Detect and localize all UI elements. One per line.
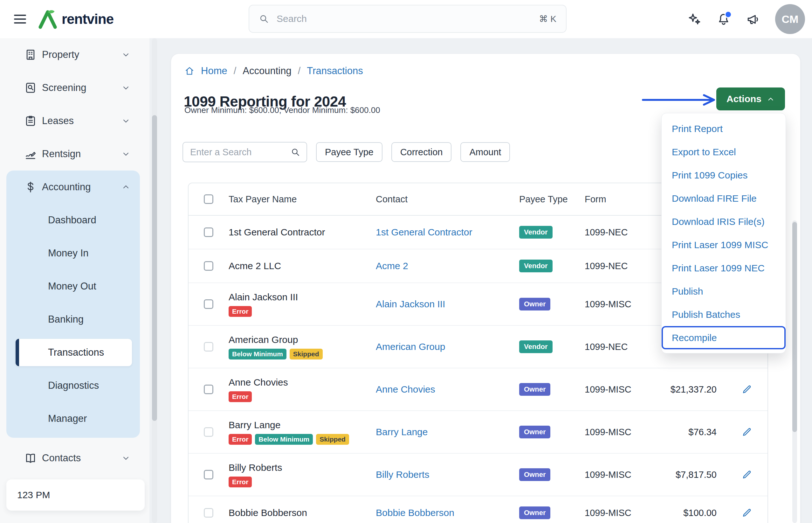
sidebar-item-leases[interactable]: Leases bbox=[0, 104, 149, 138]
sidebar-item-contacts[interactable]: Contacts bbox=[0, 441, 149, 475]
taxpayer-name-cell: Acme 2 LLC bbox=[229, 260, 376, 271]
breadcrumb-separator: / bbox=[298, 65, 301, 77]
edit-pencil-icon[interactable] bbox=[741, 507, 752, 518]
form-value: 1099-MISC bbox=[585, 427, 662, 437]
taxpayer-name-cell: Barry LangeErrorBelow MinimumSkipped bbox=[229, 420, 376, 445]
amount-value: $100.00 bbox=[662, 508, 726, 518]
sidebar-subitem-money-out[interactable]: Money Out bbox=[6, 270, 140, 303]
taxpayer-name: 1st General Contractor bbox=[229, 227, 376, 238]
notifications-bell-icon[interactable] bbox=[717, 12, 731, 26]
payee-type-cell: Owner bbox=[519, 506, 585, 519]
topbar-actions: CM bbox=[687, 0, 805, 38]
breadcrumb-home[interactable]: Home bbox=[201, 65, 227, 77]
menu-item-print-1099-copies[interactable]: Print 1099 Copies bbox=[662, 163, 786, 187]
rentsign-icon bbox=[24, 148, 37, 160]
contact-link[interactable]: Anne Chovies bbox=[376, 384, 519, 395]
sidebar-item-screening[interactable]: Screening bbox=[0, 71, 149, 104]
search-shortcut-hint: ⌘ K bbox=[539, 14, 556, 24]
filter-button-amount[interactable]: Amount bbox=[460, 142, 510, 162]
contact-link[interactable]: 1st General Contractor bbox=[376, 227, 519, 238]
filter-button-correction[interactable]: Correction bbox=[391, 142, 452, 162]
sidebar-subitem-manager[interactable]: Manager bbox=[6, 402, 140, 435]
row-checkbox[interactable] bbox=[204, 470, 213, 480]
payee-type-cell: Vendor bbox=[519, 226, 585, 239]
menu-toggle-button[interactable] bbox=[14, 12, 27, 26]
form-value: 1099-NEC bbox=[585, 261, 662, 271]
contact-link[interactable]: Billy Roberts bbox=[376, 469, 519, 480]
sidebar-subitem-transactions[interactable]: Transactions bbox=[16, 339, 132, 366]
announcements-megaphone-icon[interactable] bbox=[746, 12, 760, 26]
menu-item-print-laser-1099-nec[interactable]: Print Laser 1099 NEC bbox=[662, 256, 786, 279]
rentvine-logo-icon bbox=[38, 6, 60, 33]
taxpayer-name-cell: American GroupBelow MinimumSkipped bbox=[229, 335, 376, 360]
edit-pencil-icon[interactable] bbox=[741, 469, 752, 480]
menu-item-print-report[interactable]: Print Report bbox=[662, 117, 786, 140]
sidebar-item-rentsign[interactable]: Rentsign bbox=[0, 138, 149, 170]
menu-item-download-fire-file[interactable]: Download FIRE File bbox=[662, 187, 786, 210]
status-badge-error: Error bbox=[229, 391, 252, 402]
form-value: 1099-NEC bbox=[585, 342, 662, 352]
form-value: 1099-MISC bbox=[585, 508, 662, 518]
payee-type-badge: Owner bbox=[519, 383, 550, 396]
search-placeholder: Search bbox=[277, 13, 539, 24]
sidebar-subitem-diagnostics[interactable]: Diagnostics bbox=[6, 369, 140, 402]
menu-item-recompile[interactable]: Recompile bbox=[662, 326, 786, 349]
edit-pencil-icon[interactable] bbox=[741, 384, 752, 395]
table-search-input[interactable]: Enter a Search bbox=[183, 142, 307, 162]
sidebar-subitem-money-in[interactable]: Money In bbox=[6, 237, 140, 270]
breadcrumb-transactions[interactable]: Transactions bbox=[307, 65, 363, 77]
column-header-tax-payer-name: Tax Payer Name bbox=[229, 194, 376, 204]
contact-link[interactable]: American Group bbox=[376, 341, 519, 352]
chevron-down-icon bbox=[121, 116, 130, 125]
dollar-icon bbox=[24, 181, 37, 194]
menu-item-download-iris-file-s[interactable]: Download IRIS File(s) bbox=[662, 210, 786, 233]
row-checkbox[interactable] bbox=[204, 342, 213, 351]
status-badge-error: Error bbox=[229, 476, 252, 487]
row-checkbox[interactable] bbox=[204, 427, 213, 437]
contact-link[interactable]: Barry Lange bbox=[376, 427, 519, 437]
sparkle-icon[interactable] bbox=[687, 12, 701, 26]
actions-button[interactable]: Actions bbox=[716, 88, 785, 110]
user-avatar[interactable]: CM bbox=[775, 4, 805, 34]
row-checkbox-cell bbox=[189, 508, 229, 518]
select-all-checkbox[interactable] bbox=[204, 194, 213, 204]
brand-logo[interactable]: rentvine bbox=[38, 6, 113, 33]
taxpayer-name: Bobbie Bobberson bbox=[229, 507, 376, 518]
row-checkbox[interactable] bbox=[204, 299, 213, 309]
row-checkbox[interactable] bbox=[204, 228, 213, 237]
edit-pencil-icon[interactable] bbox=[741, 427, 752, 437]
status-badge-skipped: Skipped bbox=[290, 349, 323, 360]
menu-item-export-to-excel[interactable]: Export to Excel bbox=[662, 140, 786, 163]
page-subtitle: Owner Minimum: $600.00, Vendor Minimum: … bbox=[184, 105, 380, 115]
edit-cell bbox=[726, 507, 768, 518]
menu-item-publish-batches[interactable]: Publish Batches bbox=[662, 303, 786, 326]
chevron-down-icon bbox=[121, 454, 130, 463]
menu-item-publish[interactable]: Publish bbox=[662, 279, 786, 303]
contact-link[interactable]: Acme 2 bbox=[376, 260, 519, 271]
payee-type-badge: Vendor bbox=[519, 340, 552, 353]
taxpayer-name-cell: Alain Jackson IIIError bbox=[229, 292, 376, 317]
content-scrollbar[interactable] bbox=[792, 220, 797, 523]
sidebar-item-accounting[interactable]: Accounting bbox=[6, 170, 140, 204]
breadcrumb: Home/Accounting/Transactions bbox=[184, 65, 363, 77]
row-checkbox[interactable] bbox=[204, 508, 213, 518]
contact-link[interactable]: Alain Jackson III bbox=[376, 299, 519, 309]
sidebar-subitem-banking[interactable]: Banking bbox=[6, 303, 140, 336]
sidebar-item-property[interactable]: Property bbox=[0, 38, 149, 71]
top-bar: rentvine Search ⌘ K CM bbox=[0, 0, 812, 38]
contact-link[interactable]: Bobbie Bobberson bbox=[376, 507, 519, 518]
global-search-input[interactable]: Search ⌘ K bbox=[249, 5, 567, 33]
menu-item-print-laser-1099-misc[interactable]: Print Laser 1099 MISC bbox=[662, 233, 786, 256]
row-checkbox[interactable] bbox=[204, 385, 213, 394]
sidebar-subitem-dashboard[interactable]: Dashboard bbox=[6, 204, 140, 237]
status-badges: ErrorBelow MinimumSkipped bbox=[229, 434, 376, 445]
sidebar-scrollbar[interactable] bbox=[152, 38, 157, 523]
content-scrollbar-thumb[interactable] bbox=[792, 222, 797, 432]
table-row: Anne ChoviesErrorAnne ChoviesOwner1099-M… bbox=[189, 368, 768, 410]
taxpayer-name: American Group bbox=[229, 335, 376, 345]
sidebar-scrollbar-thumb[interactable] bbox=[152, 115, 157, 421]
leases-icon bbox=[24, 114, 37, 127]
row-checkbox[interactable] bbox=[204, 261, 213, 271]
filter-button-payee-type[interactable]: Payee Type bbox=[316, 142, 382, 162]
payee-type-badge: Owner bbox=[519, 298, 550, 310]
